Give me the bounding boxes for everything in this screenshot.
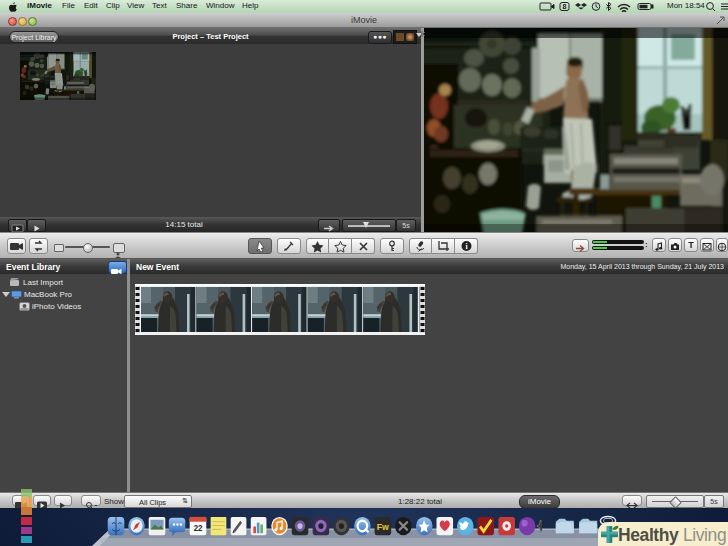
svg-text:22: 22 — [194, 524, 203, 533]
svg-text:8: 8 — [563, 3, 567, 10]
svg-text:Fw: Fw — [377, 522, 390, 532]
